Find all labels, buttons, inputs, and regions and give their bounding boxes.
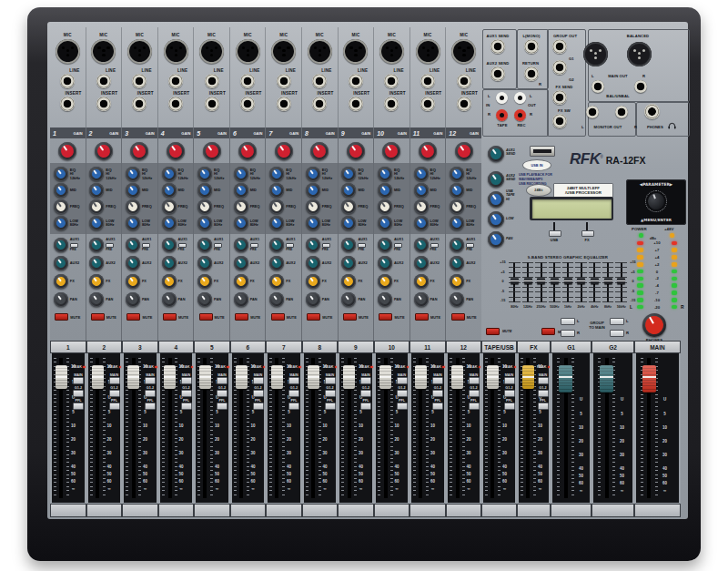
eq-hi-knob[interactable] bbox=[162, 167, 177, 181]
gain-knob[interactable] bbox=[130, 142, 148, 160]
fader-handle[interactable] bbox=[522, 365, 534, 389]
fader-handle[interactable] bbox=[451, 365, 463, 389]
gain-knob[interactable] bbox=[455, 142, 473, 160]
eq-low-knob[interactable] bbox=[234, 216, 248, 230]
pfl-button[interactable] bbox=[73, 403, 84, 410]
tape-in-l-rca[interactable] bbox=[496, 92, 508, 104]
mic-xlr-jack[interactable] bbox=[343, 39, 368, 64]
eq-mid-knob[interactable] bbox=[162, 183, 177, 198]
pan-knob[interactable] bbox=[341, 292, 356, 307]
pan-knob[interactable] bbox=[378, 292, 392, 307]
main-assign-button[interactable] bbox=[360, 377, 371, 384]
monitor-out-r-jack[interactable] bbox=[615, 106, 628, 118]
insert-jack[interactable] bbox=[60, 97, 75, 111]
eq-hi-knob[interactable] bbox=[126, 167, 140, 181]
aux1-knob[interactable] bbox=[126, 238, 140, 252]
eq-mid-freq-knob[interactable] bbox=[378, 199, 392, 214]
phones-level-knob[interactable] bbox=[642, 313, 666, 337]
mute-button[interactable] bbox=[343, 313, 357, 321]
eq-mid-knob[interactable] bbox=[378, 183, 392, 198]
eq-hi-knob[interactable] bbox=[341, 167, 356, 181]
main-out-r-xlr[interactable] bbox=[627, 42, 652, 66]
main-assign-button[interactable] bbox=[504, 377, 515, 384]
eq-hi-knob[interactable] bbox=[269, 167, 284, 181]
pfl-button[interactable] bbox=[469, 403, 480, 410]
gain-knob[interactable] bbox=[167, 142, 185, 160]
rec-out-r-rca[interactable] bbox=[514, 109, 526, 121]
group-assign-button[interactable] bbox=[73, 390, 84, 397]
mute-button[interactable] bbox=[163, 313, 177, 321]
main-assign-button[interactable] bbox=[432, 377, 443, 384]
eq-low-knob[interactable] bbox=[126, 216, 140, 230]
fx-send-knob[interactable] bbox=[414, 274, 429, 289]
aux2-knob[interactable] bbox=[89, 256, 104, 270]
pan-knob[interactable] bbox=[197, 292, 212, 307]
geq-slider-handle[interactable] bbox=[604, 278, 612, 284]
mic-xlr-jack[interactable] bbox=[164, 39, 188, 64]
eq-mid-freq-knob[interactable] bbox=[450, 199, 464, 214]
gain-knob[interactable] bbox=[310, 142, 329, 160]
mute-button[interactable] bbox=[199, 313, 213, 321]
geq-slider-handle[interactable] bbox=[617, 278, 625, 284]
fx-send-knob[interactable] bbox=[378, 274, 392, 289]
group-out-g1-jack[interactable] bbox=[552, 39, 567, 54]
fader-handle[interactable] bbox=[415, 365, 427, 389]
mute-button[interactable] bbox=[415, 313, 429, 321]
fader-handle[interactable] bbox=[127, 365, 139, 389]
phones-jack[interactable] bbox=[644, 104, 660, 119]
gain-knob[interactable] bbox=[95, 142, 113, 160]
group-assign-button[interactable] bbox=[217, 390, 228, 397]
eq-low-knob[interactable] bbox=[197, 216, 212, 230]
eq-mid-knob[interactable] bbox=[414, 183, 429, 198]
eq-mid-knob[interactable] bbox=[234, 183, 248, 198]
aux2-knob[interactable] bbox=[414, 256, 429, 270]
line-jack[interactable] bbox=[132, 74, 147, 88]
insert-jack[interactable] bbox=[96, 97, 111, 111]
geq-slider-handle[interactable] bbox=[577, 278, 585, 284]
aux1-knob[interactable] bbox=[450, 238, 464, 252]
eq-mid-knob[interactable] bbox=[450, 183, 464, 198]
group-assign-button[interactable] bbox=[538, 390, 549, 397]
line-jack[interactable] bbox=[60, 74, 75, 88]
mute-button[interactable] bbox=[91, 313, 105, 321]
geq-slider-handle[interactable] bbox=[511, 278, 519, 284]
line-jack[interactable] bbox=[420, 74, 435, 88]
eq-low-knob[interactable] bbox=[54, 216, 68, 230]
gain-knob[interactable] bbox=[238, 142, 257, 160]
g1-to-main-l-button[interactable] bbox=[561, 318, 575, 325]
eq-low-knob[interactable] bbox=[414, 216, 429, 230]
aux2-knob[interactable] bbox=[234, 256, 248, 270]
pfl-button[interactable] bbox=[325, 403, 336, 410]
aux2-knob[interactable] bbox=[378, 256, 392, 270]
main-assign-button[interactable] bbox=[469, 377, 480, 384]
line-jack[interactable] bbox=[312, 74, 327, 88]
insert-jack[interactable] bbox=[168, 97, 183, 111]
fx-send-knob[interactable] bbox=[54, 274, 68, 289]
line-jack[interactable] bbox=[277, 74, 291, 88]
pfl-button[interactable] bbox=[504, 403, 515, 410]
pfl-button[interactable] bbox=[217, 403, 228, 410]
eq-mid-knob[interactable] bbox=[306, 183, 320, 198]
eq-low-knob[interactable] bbox=[378, 216, 392, 230]
aux2-knob[interactable] bbox=[306, 256, 320, 270]
fader-handle[interactable] bbox=[379, 365, 391, 389]
fader-handle[interactable] bbox=[236, 365, 248, 389]
tape-in-r-rca[interactable] bbox=[496, 109, 508, 121]
pan-knob[interactable] bbox=[306, 292, 320, 307]
aux2-knob[interactable] bbox=[126, 256, 140, 270]
group-assign-button[interactable] bbox=[288, 390, 299, 397]
group-assign-button[interactable] bbox=[432, 390, 443, 397]
eq-mid-knob[interactable] bbox=[54, 183, 68, 198]
main-assign-button[interactable] bbox=[288, 377, 299, 384]
tape-hi-knob[interactable] bbox=[488, 191, 504, 208]
aux2-knob[interactable] bbox=[162, 256, 177, 270]
mic-xlr-jack[interactable] bbox=[127, 39, 152, 64]
fader-handle[interactable] bbox=[164, 365, 176, 389]
fx-send-knob[interactable] bbox=[450, 274, 464, 289]
monitor-out-l-jack[interactable] bbox=[586, 106, 599, 118]
mute-button[interactable] bbox=[271, 313, 285, 321]
geq-slider-handle[interactable] bbox=[524, 278, 532, 284]
mic-xlr-jack[interactable] bbox=[271, 39, 296, 64]
insert-jack[interactable] bbox=[240, 97, 255, 111]
line-jack[interactable] bbox=[240, 74, 255, 88]
